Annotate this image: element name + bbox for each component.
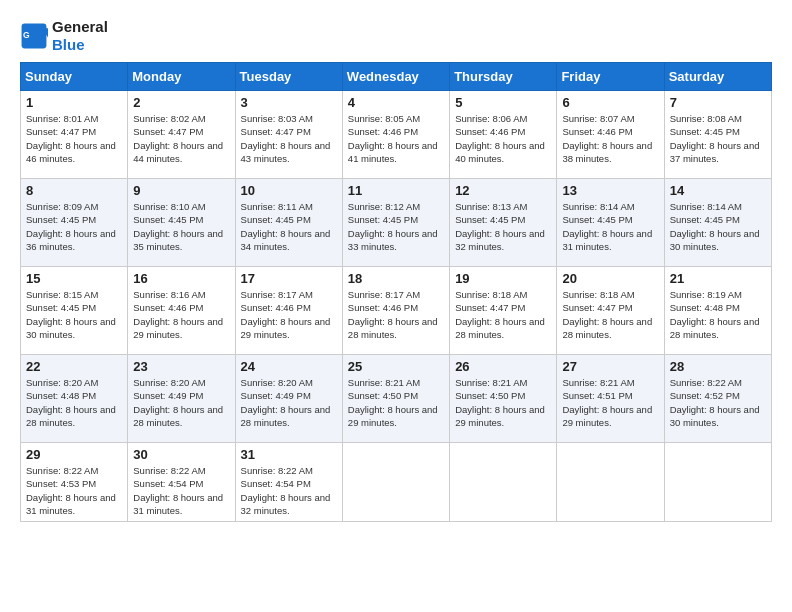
- day-number: 15: [26, 271, 122, 286]
- day-info: Sunrise: 8:22 AM Sunset: 4:54 PM Dayligh…: [133, 464, 229, 517]
- calendar-cell: 16 Sunrise: 8:16 AM Sunset: 4:46 PM Dayl…: [128, 267, 235, 355]
- weekday-header: Tuesday: [235, 63, 342, 91]
- day-number: 22: [26, 359, 122, 374]
- logo-icon: G: [20, 22, 48, 50]
- day-info: Sunrise: 8:17 AM Sunset: 4:46 PM Dayligh…: [241, 288, 337, 341]
- day-number: 9: [133, 183, 229, 198]
- day-number: 23: [133, 359, 229, 374]
- day-number: 5: [455, 95, 551, 110]
- day-info: Sunrise: 8:18 AM Sunset: 4:47 PM Dayligh…: [455, 288, 551, 341]
- day-info: Sunrise: 8:01 AM Sunset: 4:47 PM Dayligh…: [26, 112, 122, 165]
- calendar-cell: 6 Sunrise: 8:07 AM Sunset: 4:46 PM Dayli…: [557, 91, 664, 179]
- calendar-cell: [450, 443, 557, 522]
- day-number: 29: [26, 447, 122, 462]
- day-number: 24: [241, 359, 337, 374]
- calendar-cell: 9 Sunrise: 8:10 AM Sunset: 4:45 PM Dayli…: [128, 179, 235, 267]
- logo: G General Blue: [20, 18, 108, 54]
- day-info: Sunrise: 8:10 AM Sunset: 4:45 PM Dayligh…: [133, 200, 229, 253]
- calendar-cell: 28 Sunrise: 8:22 AM Sunset: 4:52 PM Dayl…: [664, 355, 771, 443]
- calendar-cell: 21 Sunrise: 8:19 AM Sunset: 4:48 PM Dayl…: [664, 267, 771, 355]
- weekday-header: Saturday: [664, 63, 771, 91]
- calendar-cell: 10 Sunrise: 8:11 AM Sunset: 4:45 PM Dayl…: [235, 179, 342, 267]
- day-number: 19: [455, 271, 551, 286]
- weekday-header: Wednesday: [342, 63, 449, 91]
- day-info: Sunrise: 8:22 AM Sunset: 4:54 PM Dayligh…: [241, 464, 337, 517]
- calendar-cell: 3 Sunrise: 8:03 AM Sunset: 4:47 PM Dayli…: [235, 91, 342, 179]
- day-number: 20: [562, 271, 658, 286]
- calendar-cell: 17 Sunrise: 8:17 AM Sunset: 4:46 PM Dayl…: [235, 267, 342, 355]
- day-info: Sunrise: 8:03 AM Sunset: 4:47 PM Dayligh…: [241, 112, 337, 165]
- calendar-cell: 12 Sunrise: 8:13 AM Sunset: 4:45 PM Dayl…: [450, 179, 557, 267]
- calendar-week-row: 29 Sunrise: 8:22 AM Sunset: 4:53 PM Dayl…: [21, 443, 772, 522]
- calendar-week-row: 22 Sunrise: 8:20 AM Sunset: 4:48 PM Dayl…: [21, 355, 772, 443]
- svg-text:G: G: [23, 30, 30, 40]
- day-info: Sunrise: 8:22 AM Sunset: 4:52 PM Dayligh…: [670, 376, 766, 429]
- calendar-cell: 24 Sunrise: 8:20 AM Sunset: 4:49 PM Dayl…: [235, 355, 342, 443]
- day-info: Sunrise: 8:13 AM Sunset: 4:45 PM Dayligh…: [455, 200, 551, 253]
- day-number: 11: [348, 183, 444, 198]
- calendar-table: SundayMondayTuesdayWednesdayThursdayFrid…: [20, 62, 772, 522]
- calendar-cell: 27 Sunrise: 8:21 AM Sunset: 4:51 PM Dayl…: [557, 355, 664, 443]
- calendar-cell: 20 Sunrise: 8:18 AM Sunset: 4:47 PM Dayl…: [557, 267, 664, 355]
- weekday-header: Friday: [557, 63, 664, 91]
- calendar-header-row: SundayMondayTuesdayWednesdayThursdayFrid…: [21, 63, 772, 91]
- day-number: 4: [348, 95, 444, 110]
- day-info: Sunrise: 8:21 AM Sunset: 4:50 PM Dayligh…: [348, 376, 444, 429]
- day-number: 16: [133, 271, 229, 286]
- day-number: 1: [26, 95, 122, 110]
- day-number: 14: [670, 183, 766, 198]
- calendar-cell: 1 Sunrise: 8:01 AM Sunset: 4:47 PM Dayli…: [21, 91, 128, 179]
- day-number: 12: [455, 183, 551, 198]
- calendar-cell: 31 Sunrise: 8:22 AM Sunset: 4:54 PM Dayl…: [235, 443, 342, 522]
- day-number: 7: [670, 95, 766, 110]
- day-number: 2: [133, 95, 229, 110]
- day-number: 3: [241, 95, 337, 110]
- day-info: Sunrise: 8:06 AM Sunset: 4:46 PM Dayligh…: [455, 112, 551, 165]
- weekday-header: Thursday: [450, 63, 557, 91]
- calendar-week-row: 1 Sunrise: 8:01 AM Sunset: 4:47 PM Dayli…: [21, 91, 772, 179]
- day-info: Sunrise: 8:19 AM Sunset: 4:48 PM Dayligh…: [670, 288, 766, 341]
- header: G General Blue: [20, 18, 772, 54]
- day-number: 18: [348, 271, 444, 286]
- calendar-cell: 11 Sunrise: 8:12 AM Sunset: 4:45 PM Dayl…: [342, 179, 449, 267]
- calendar-cell: 23 Sunrise: 8:20 AM Sunset: 4:49 PM Dayl…: [128, 355, 235, 443]
- calendar-cell: 18 Sunrise: 8:17 AM Sunset: 4:46 PM Dayl…: [342, 267, 449, 355]
- day-info: Sunrise: 8:11 AM Sunset: 4:45 PM Dayligh…: [241, 200, 337, 253]
- calendar-cell: 14 Sunrise: 8:14 AM Sunset: 4:45 PM Dayl…: [664, 179, 771, 267]
- day-number: 21: [670, 271, 766, 286]
- calendar-cell: 19 Sunrise: 8:18 AM Sunset: 4:47 PM Dayl…: [450, 267, 557, 355]
- day-info: Sunrise: 8:12 AM Sunset: 4:45 PM Dayligh…: [348, 200, 444, 253]
- day-number: 27: [562, 359, 658, 374]
- day-info: Sunrise: 8:14 AM Sunset: 4:45 PM Dayligh…: [670, 200, 766, 253]
- calendar-cell: 15 Sunrise: 8:15 AM Sunset: 4:45 PM Dayl…: [21, 267, 128, 355]
- day-info: Sunrise: 8:05 AM Sunset: 4:46 PM Dayligh…: [348, 112, 444, 165]
- day-info: Sunrise: 8:20 AM Sunset: 4:49 PM Dayligh…: [241, 376, 337, 429]
- day-info: Sunrise: 8:21 AM Sunset: 4:51 PM Dayligh…: [562, 376, 658, 429]
- day-info: Sunrise: 8:15 AM Sunset: 4:45 PM Dayligh…: [26, 288, 122, 341]
- day-info: Sunrise: 8:07 AM Sunset: 4:46 PM Dayligh…: [562, 112, 658, 165]
- day-info: Sunrise: 8:20 AM Sunset: 4:48 PM Dayligh…: [26, 376, 122, 429]
- calendar-cell: [557, 443, 664, 522]
- calendar-cell: 7 Sunrise: 8:08 AM Sunset: 4:45 PM Dayli…: [664, 91, 771, 179]
- day-info: Sunrise: 8:20 AM Sunset: 4:49 PM Dayligh…: [133, 376, 229, 429]
- calendar-cell: [342, 443, 449, 522]
- day-number: 25: [348, 359, 444, 374]
- day-info: Sunrise: 8:02 AM Sunset: 4:47 PM Dayligh…: [133, 112, 229, 165]
- calendar-cell: 26 Sunrise: 8:21 AM Sunset: 4:50 PM Dayl…: [450, 355, 557, 443]
- weekday-header: Monday: [128, 63, 235, 91]
- day-info: Sunrise: 8:22 AM Sunset: 4:53 PM Dayligh…: [26, 464, 122, 517]
- day-info: Sunrise: 8:09 AM Sunset: 4:45 PM Dayligh…: [26, 200, 122, 253]
- calendar-cell: [664, 443, 771, 522]
- calendar-week-row: 15 Sunrise: 8:15 AM Sunset: 4:45 PM Dayl…: [21, 267, 772, 355]
- calendar-cell: 2 Sunrise: 8:02 AM Sunset: 4:47 PM Dayli…: [128, 91, 235, 179]
- calendar-cell: 29 Sunrise: 8:22 AM Sunset: 4:53 PM Dayl…: [21, 443, 128, 522]
- calendar-cell: 13 Sunrise: 8:14 AM Sunset: 4:45 PM Dayl…: [557, 179, 664, 267]
- day-number: 13: [562, 183, 658, 198]
- calendar-cell: 4 Sunrise: 8:05 AM Sunset: 4:46 PM Dayli…: [342, 91, 449, 179]
- day-number: 17: [241, 271, 337, 286]
- calendar-cell: 22 Sunrise: 8:20 AM Sunset: 4:48 PM Dayl…: [21, 355, 128, 443]
- calendar-cell: 30 Sunrise: 8:22 AM Sunset: 4:54 PM Dayl…: [128, 443, 235, 522]
- day-info: Sunrise: 8:08 AM Sunset: 4:45 PM Dayligh…: [670, 112, 766, 165]
- weekday-header: Sunday: [21, 63, 128, 91]
- day-info: Sunrise: 8:21 AM Sunset: 4:50 PM Dayligh…: [455, 376, 551, 429]
